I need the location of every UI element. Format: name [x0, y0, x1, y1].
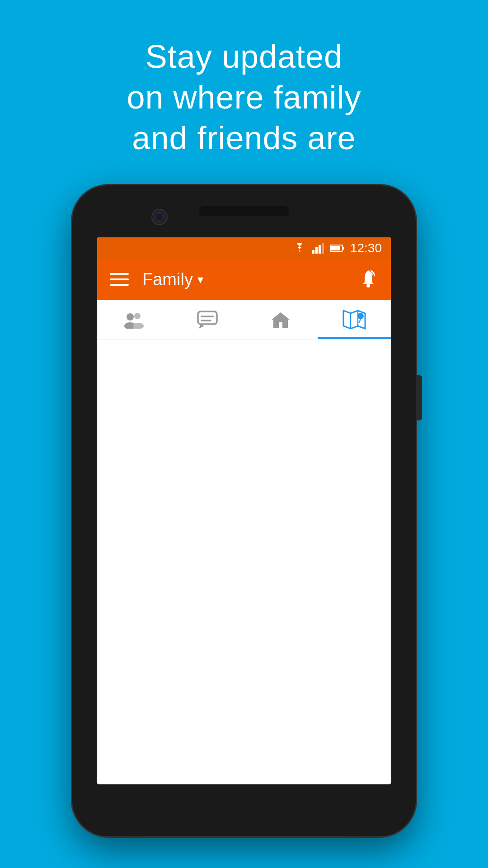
svg-rect-3 [322, 243, 324, 254]
members-icon [122, 311, 145, 329]
svg-rect-12 [198, 311, 217, 324]
dropdown-arrow-icon: ▾ [197, 273, 203, 287]
svg-rect-1 [315, 247, 318, 254]
svg-point-7 [366, 284, 370, 288]
headline-line3: and friends are [127, 118, 361, 158]
status-time: 12:30 [350, 241, 382, 255]
phone-mockup: 12:30 Family ▾ [72, 185, 416, 836]
tab-chat[interactable] [171, 300, 244, 339]
svg-rect-2 [319, 245, 321, 254]
svg-rect-5 [343, 247, 344, 250]
svg-rect-0 [312, 250, 314, 254]
speaker-grill [199, 206, 289, 216]
toolbar-title: Family [142, 270, 193, 289]
tab-bar [97, 300, 391, 340]
headline-line2: on where family [127, 77, 361, 118]
headline-text: Stay updated on where family and friends… [127, 36, 361, 158]
power-button [416, 375, 422, 420]
toolbar-title-container[interactable]: Family ▾ [142, 270, 358, 289]
svg-point-10 [134, 313, 141, 319]
wifi-icon [292, 243, 307, 254]
front-camera [151, 209, 168, 225]
map-icon [342, 309, 367, 330]
status-bar: 12:30 [97, 237, 391, 259]
status-icons: 12:30 [292, 241, 382, 255]
phone-screen: 12:30 Family ▾ [97, 237, 391, 784]
app-toolbar: Family ▾ [97, 259, 391, 300]
chat-icon [196, 310, 219, 330]
tab-home[interactable] [244, 300, 318, 339]
signal-icon [312, 243, 325, 254]
bell-icon [358, 269, 378, 288]
tab-members[interactable] [97, 300, 171, 339]
svg-rect-6 [331, 246, 340, 250]
notification-bell-button[interactable] [358, 269, 378, 290]
svg-point-18 [357, 313, 364, 319]
tab-map[interactable] [318, 300, 391, 339]
battery-icon [330, 244, 345, 252]
headline-line1: Stay updated [127, 36, 361, 77]
svg-point-8 [127, 313, 134, 321]
hamburger-menu[interactable] [110, 273, 129, 286]
home-icon [270, 310, 291, 330]
